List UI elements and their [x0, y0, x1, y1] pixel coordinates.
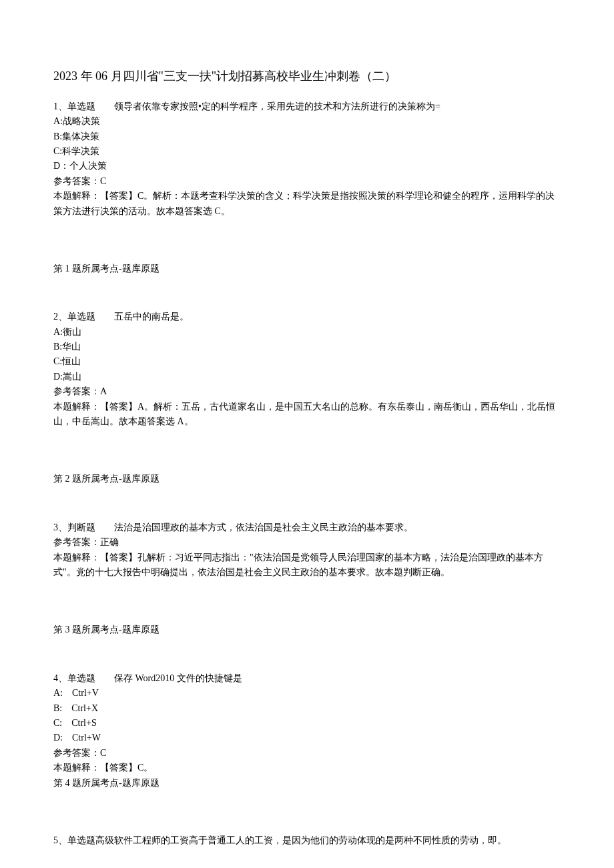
q1-reference-answer: 参考答案：C [53, 174, 561, 189]
q2-option-d: D:嵩山 [53, 370, 561, 384]
q4-source: 第 4 题所属考点-题库原题 [53, 776, 561, 791]
document-title: 2023 年 06 月四川省"三支一扶"计划招募高校毕业生冲刺卷（二） [53, 67, 561, 86]
q3-reference-answer: 参考答案：正确 [53, 535, 561, 550]
q2-source: 第 2 题所属考点-题库原题 [53, 472, 561, 486]
q2-option-c: C:恒山 [53, 354, 561, 369]
question-4: 4、单选题 保存 Word2010 文件的快捷键是 A: Ctrl+V B: C… [53, 671, 561, 791]
q1-option-c: C:科学决策 [53, 144, 561, 159]
q4-reference-answer: 参考答案：C [53, 746, 561, 761]
q1-option-a: A:战略决策 [53, 114, 561, 129]
q4-option-b: B: Ctrl+X [53, 701, 561, 716]
question-5: 5、单选题高级软件工程师的工资高于普通工人的工资，是因为他们的劳动体现的是两种不… [53, 833, 561, 848]
q4-explanation: 本题解释：【答案】C。 [53, 761, 561, 775]
q4-option-a: A: Ctrl+V [53, 686, 561, 701]
q1-stem: 1、单选题 领导者依靠专家按照•定的科学程序，采用先进的技术和方法所进行的决策称… [53, 99, 561, 114]
q3-source: 第 3 题所属考点-题库原题 [53, 622, 561, 637]
q5-stem: 5、单选题高级软件工程师的工资高于普通工人的工资，是因为他们的劳动体现的是两种不… [53, 833, 561, 848]
q1-source: 第 1 题所属考点-题库原题 [53, 262, 561, 276]
q1-option-d: D：个人决策 [53, 159, 561, 173]
question-3: 3、判断题 法治是治国理政的基本方式，依法治国是社会主义民主政治的基本要求。 参… [53, 520, 561, 580]
q1-option-b: B:集体决策 [53, 129, 561, 144]
q3-stem: 3、判断题 法治是治国理政的基本方式，依法治国是社会主义民主政治的基本要求。 [53, 520, 561, 535]
q3-explanation: 本题解释：【答案】孔解析：习近平同志指出："依法治国是党领导人民治理国家的基本方… [53, 550, 561, 580]
q4-stem: 4、单选题 保存 Word2010 文件的快捷键是 [53, 671, 561, 686]
q2-option-b: B:华山 [53, 340, 561, 354]
q1-explanation: 本题解释：【答案】C。解析：本题考查科学决策的含义；科学决策是指按照决策的科学理… [53, 189, 561, 219]
question-1: 1、单选题 领导者依靠专家按照•定的科学程序，采用先进的技术和方法所进行的决策称… [53, 99, 561, 219]
q2-option-a: A:衡山 [53, 325, 561, 340]
q2-reference-answer: 参考答案：A [53, 384, 561, 399]
q4-option-c: C: Ctrl+S [53, 716, 561, 731]
question-2: 2、单选题 五岳中的南岳是。 A:衡山 B:华山 C:恒山 D:嵩山 参考答案：… [53, 310, 561, 429]
q4-option-d: D: Ctrl+W [53, 731, 561, 745]
q2-stem: 2、单选题 五岳中的南岳是。 [53, 310, 561, 324]
q2-explanation: 本题解释：【答案】A。解析：五岳，古代道家名山，是中国五大名山的总称。有东岳泰山… [53, 400, 561, 430]
